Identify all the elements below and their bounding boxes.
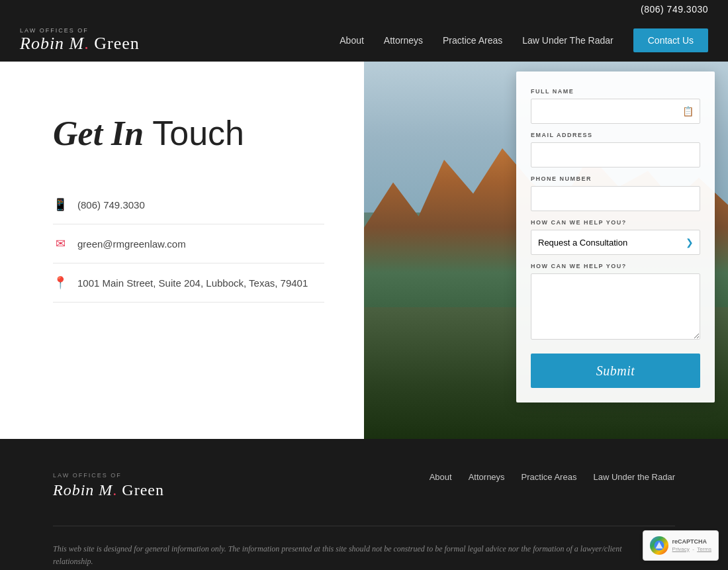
- navbar: LAW OFFICES OF Robin M. Green About Atto…: [0, 19, 728, 62]
- hero-left: Get In Touch 📱 (806) 749.3030 ✉ green@rm…: [0, 62, 364, 439]
- footer-logo-name: Robin M. Green: [53, 481, 164, 499]
- footer-nav-attorneys[interactable]: Attorneys: [469, 472, 505, 482]
- logo-name-italic: Robin M: [20, 34, 84, 53]
- id-icon: 📋: [682, 106, 694, 117]
- logo-tagline: LAW OFFICES OF: [20, 27, 140, 34]
- nav-law-under-radar[interactable]: Law Under The Radar: [522, 35, 613, 46]
- email-item[interactable]: ✉ green@rmgreenlaw.com: [53, 224, 324, 263]
- nav-about[interactable]: About: [340, 35, 364, 46]
- nav-links: About Attorneys Practice Areas Law Under…: [340, 28, 708, 52]
- full-name-input-wrapper: 📋: [531, 99, 700, 124]
- header-phone[interactable]: (806) 749.3030: [641, 4, 708, 15]
- footer-logo-italic: Robin M: [53, 481, 113, 499]
- hero-title-italic: Get In: [53, 115, 144, 152]
- nav-attorneys[interactable]: Attorneys: [384, 35, 423, 46]
- help-select-label: HOW CAN WE HELP YOU?: [531, 219, 700, 226]
- hero-right: FULL NAME 📋 EMAIL ADDRESS PHONE NUMBER H…: [364, 62, 728, 439]
- contact-info-list: 📱 (806) 749.3030 ✉ green@rmgreenlaw.com …: [53, 185, 324, 303]
- phone-icon: 📱: [53, 197, 68, 212]
- footer-logo-rest: Green: [117, 481, 164, 499]
- address-label: 1001 Main Street, Suite 204, Lubbock, Te…: [77, 277, 308, 289]
- footer-top: LAW OFFICES OF Robin M. Green About Atto…: [53, 472, 675, 519]
- footer-logo[interactable]: LAW OFFICES OF Robin M. Green: [53, 472, 164, 499]
- footer-nav-practice-areas[interactable]: Practice Areas: [522, 472, 577, 482]
- full-name-input[interactable]: [531, 99, 700, 124]
- contact-form-card: FULL NAME 📋 EMAIL ADDRESS PHONE NUMBER H…: [516, 71, 715, 403]
- submit-button[interactable]: Submit: [531, 354, 700, 388]
- nav-practice-areas[interactable]: Practice Areas: [443, 35, 502, 46]
- phone-field-group: PHONE NUMBER: [531, 175, 700, 211]
- recaptcha-logo: [650, 536, 668, 555]
- recaptcha-badge: reCAPTCHA Privacy - Terms: [643, 530, 719, 561]
- recaptcha-text: reCAPTCHA Privacy - Terms: [672, 538, 711, 553]
- address-item: 📍 1001 Main Street, Suite 204, Lubbock, …: [53, 263, 324, 303]
- footer-nav-law-under-radar[interactable]: Law Under the Radar: [593, 472, 675, 482]
- footer-nav: About Attorneys Practice Areas Law Under…: [430, 472, 675, 482]
- hero-title: Get In Touch: [53, 115, 324, 152]
- phone-item[interactable]: 📱 (806) 749.3030: [53, 185, 324, 224]
- footer: LAW OFFICES OF Robin M. Green About Atto…: [0, 439, 728, 570]
- logo-name-rest: Green: [89, 34, 140, 53]
- phone-input[interactable]: [531, 186, 700, 211]
- help-select[interactable]: Request a Consultation General Inquiry S…: [531, 230, 700, 255]
- email-input[interactable]: [531, 142, 700, 167]
- footer-divider: [53, 526, 675, 526]
- email-label: EMAIL ADDRESS: [531, 132, 700, 138]
- help-select-group: HOW CAN WE HELP YOU? Request a Consultat…: [531, 219, 700, 255]
- footer-disclaimer: This web site is designed for general in…: [53, 543, 649, 568]
- top-bar: (806) 749.3030: [0, 0, 728, 19]
- help-select-wrapper: Request a Consultation General Inquiry S…: [531, 230, 700, 255]
- email-field-group: EMAIL ADDRESS: [531, 132, 700, 167]
- message-textarea[interactable]: [531, 273, 700, 340]
- email-icon: ✉: [53, 236, 68, 251]
- logo-name: Robin M. Green: [20, 34, 140, 54]
- footer-logo-tagline: LAW OFFICES OF: [53, 472, 164, 479]
- contact-us-button[interactable]: Contact Us: [633, 28, 708, 52]
- email-label: green@rmgreenlaw.com: [77, 238, 186, 250]
- location-icon: 📍: [53, 275, 68, 290]
- logo-dot: .: [84, 34, 89, 53]
- full-name-label: FULL NAME: [531, 88, 700, 95]
- message-label: HOW CAN WE HELP YOU?: [531, 263, 700, 269]
- full-name-field-group: FULL NAME 📋: [531, 88, 700, 124]
- message-field-group: HOW CAN WE HELP YOU?: [531, 263, 700, 342]
- phone-label: (806) 749.3030: [77, 199, 145, 211]
- hero-title-normal: Touch: [152, 114, 244, 152]
- hero-section: Get In Touch 📱 (806) 749.3030 ✉ green@rm…: [0, 62, 728, 439]
- phone-label: PHONE NUMBER: [531, 175, 700, 182]
- footer-nav-about[interactable]: About: [430, 472, 452, 482]
- logo[interactable]: LAW OFFICES OF Robin M. Green: [20, 27, 140, 54]
